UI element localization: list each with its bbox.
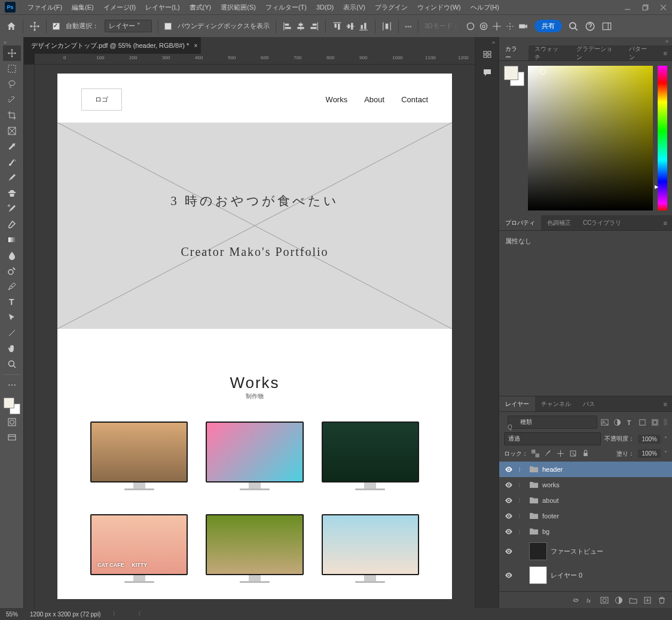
healing-brush-tool[interactable]	[3, 154, 21, 170]
menu-3d[interactable]: 3D(D)	[311, 4, 338, 11]
layer-row[interactable]: 〉header	[499, 462, 672, 477]
visibility-toggle-icon[interactable]	[503, 512, 515, 520]
align-bottom-icon[interactable]	[358, 21, 369, 32]
menu-plugins[interactable]: プラグイン	[370, 3, 413, 12]
menu-file[interactable]: ファイル(F)	[23, 3, 67, 12]
menu-type[interactable]: 書式(Y)	[185, 3, 216, 12]
layer-row[interactable]: ファーストビュー	[499, 539, 672, 563]
adjustment-layer-icon[interactable]	[615, 596, 623, 604]
layer-row[interactable]: 〉about	[499, 493, 672, 508]
dock-history-icon[interactable]	[475, 45, 499, 63]
dock-comments-icon[interactable]	[475, 63, 499, 81]
gradient-tool[interactable]	[3, 232, 21, 248]
horizontal-ruler[interactable]: 0 100 200 300 400 500 600 700 800 900 10…	[35, 54, 475, 65]
lock-transparent-icon[interactable]	[532, 450, 539, 457]
type-tool[interactable]: T	[3, 294, 21, 310]
menu-window[interactable]: ウィンドウ(W)	[413, 3, 466, 12]
color-picker-field[interactable]	[528, 66, 653, 210]
expand-icon[interactable]: 〉	[518, 466, 526, 473]
picker-cursor-icon[interactable]	[540, 69, 546, 75]
filter-type-icon[interactable]: T	[626, 419, 634, 426]
expand-icon[interactable]: 〉	[518, 482, 526, 488]
filter-toggle-icon[interactable]	[664, 419, 667, 426]
eyedropper-tool[interactable]	[3, 139, 21, 154]
visibility-toggle-icon[interactable]	[503, 496, 515, 505]
help-icon[interactable]	[585, 21, 595, 32]
tab-patterns[interactable]: パターン	[623, 45, 658, 60]
tab-swatches[interactable]: スウォッチ	[529, 45, 570, 60]
history-brush-tool[interactable]	[3, 201, 21, 216]
hue-slider[interactable]: ▶	[658, 66, 667, 210]
window-minimize-icon[interactable]	[618, 0, 636, 14]
zoom-tool[interactable]	[3, 356, 21, 372]
document-dimensions[interactable]: 1200 px x 3200 px (72 ppi)	[30, 611, 100, 618]
lock-artboard-icon[interactable]	[569, 450, 577, 457]
home-icon[interactable]	[6, 21, 17, 32]
close-tab-icon[interactable]: ×	[194, 42, 197, 49]
expand-icon[interactable]: 〉	[518, 529, 526, 535]
window-restore-icon[interactable]	[636, 0, 654, 14]
tab-gradients[interactable]: グラデーション	[570, 45, 624, 60]
expand-icon[interactable]: 〉	[518, 497, 526, 504]
layer-row[interactable]: 〉bg	[499, 524, 672, 539]
zoom-level[interactable]: 55%	[6, 611, 18, 618]
pen-tool[interactable]	[3, 279, 21, 294]
layer-row[interactable]: 〉footer	[499, 508, 672, 524]
distribute-icon[interactable]	[381, 21, 392, 32]
status-prev-icon[interactable]: 〈	[135, 610, 141, 618]
document-tab[interactable]: デザインカンプトップ.pdf @ 55% (header, RGB/8#) * …	[24, 37, 201, 54]
menu-edit[interactable]: 編集(E)	[67, 3, 99, 12]
edit-toolbar[interactable]: ⋯	[3, 377, 21, 393]
dock-expand-icon[interactable]: »	[475, 39, 499, 45]
new-layer-icon[interactable]	[643, 596, 652, 604]
bounding-box-checkbox[interactable]	[164, 23, 172, 30]
blur-tool[interactable]	[3, 248, 21, 263]
menu-filter[interactable]: フィルター(T)	[261, 3, 311, 12]
line-tool[interactable]	[3, 325, 21, 341]
menu-image[interactable]: イメージ(I)	[99, 3, 140, 12]
expand-icon[interactable]: 〉	[518, 513, 526, 520]
filter-smart-icon[interactable]	[651, 419, 659, 426]
tab-properties[interactable]: プロパティ	[499, 215, 541, 230]
foreground-color-swatch[interactable]	[4, 398, 14, 408]
align-center-h-icon[interactable]	[295, 21, 306, 32]
vertical-ruler[interactable]	[24, 65, 35, 608]
new-group-icon[interactable]	[629, 596, 637, 604]
quick-mask-tool[interactable]	[3, 414, 21, 430]
lock-all-icon[interactable]	[582, 450, 589, 457]
brush-tool[interactable]	[3, 170, 21, 185]
menu-select[interactable]: 選択範囲(S)	[216, 3, 261, 12]
menu-view[interactable]: 表示(V)	[338, 3, 370, 12]
menu-layer[interactable]: レイヤー(L)	[140, 3, 184, 12]
workspace-icon[interactable]	[601, 21, 612, 32]
visibility-toggle-icon[interactable]	[503, 465, 515, 474]
clone-stamp-tool[interactable]	[3, 185, 21, 201]
layer-list[interactable]: 〉header〉works〉about〉footer〉bgファーストビューレイヤ…	[499, 462, 672, 591]
color-panel-menu-icon[interactable]: ≡	[659, 50, 672, 57]
layer-row[interactable]: 〉works	[499, 477, 672, 493]
path-select-tool[interactable]	[3, 310, 21, 325]
tab-paths[interactable]: パス	[577, 396, 601, 411]
visibility-toggle-icon[interactable]	[503, 547, 515, 555]
blend-mode-dropdown[interactable]: 通過	[504, 432, 601, 445]
tab-libraries[interactable]: CCライブラリ	[577, 215, 627, 230]
tab-adjustments[interactable]: 色調補正	[541, 215, 577, 230]
window-close-icon[interactable]	[654, 0, 672, 14]
status-chevron-icon[interactable]: 〉	[112, 610, 118, 618]
layer-filter-dropdown[interactable]: 種類	[508, 416, 597, 429]
frame-tool[interactable]	[3, 123, 21, 139]
lock-position-icon[interactable]	[557, 450, 564, 457]
color-swatches[interactable]	[4, 398, 20, 414]
filter-shape-icon[interactable]	[639, 419, 646, 426]
canvas-viewport[interactable]: ロゴ Works About Contact 3 時のおやつが食べたい Crea…	[35, 65, 475, 608]
link-layers-icon[interactable]	[572, 596, 580, 604]
tab-channels[interactable]: チャンネル	[535, 396, 577, 411]
tab-layers[interactable]: レイヤー	[499, 396, 535, 411]
properties-panel-menu-icon[interactable]: ≡	[659, 219, 672, 227]
share-button[interactable]: 共有	[534, 20, 562, 32]
crop-tool[interactable]	[3, 108, 21, 123]
filter-image-icon[interactable]	[601, 419, 609, 426]
magic-wand-tool[interactable]	[3, 92, 21, 108]
align-left-icon[interactable]	[282, 21, 293, 32]
align-top-icon[interactable]	[332, 21, 343, 32]
